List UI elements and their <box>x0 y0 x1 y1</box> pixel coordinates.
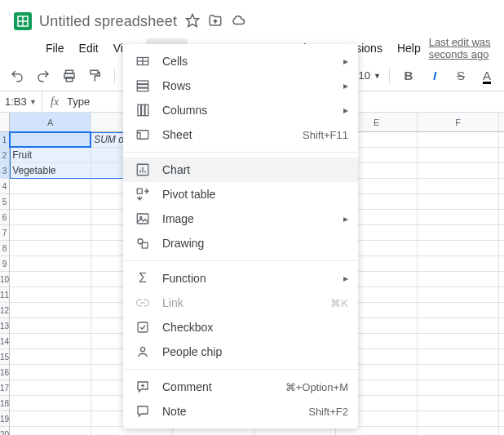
cell[interactable] <box>10 365 91 380</box>
cell[interactable] <box>418 411 499 427</box>
cell[interactable] <box>499 287 504 303</box>
italic-button[interactable]: I <box>424 65 445 87</box>
cell[interactable] <box>418 365 499 380</box>
formula-bar[interactable]: Type <box>67 95 90 108</box>
cell[interactable] <box>10 349 91 365</box>
cell[interactable] <box>499 427 504 435</box>
cell[interactable] <box>499 132 504 148</box>
cell[interactable] <box>10 334 91 349</box>
cell[interactable] <box>499 210 504 225</box>
cell[interactable] <box>10 241 91 256</box>
cell[interactable] <box>499 225 504 241</box>
insert-pivot[interactable]: Pivot table <box>123 182 358 206</box>
row-header[interactable]: 8 <box>0 241 9 256</box>
cell[interactable] <box>499 179 504 194</box>
col-header[interactable]: G <box>499 113 504 131</box>
insert-comment[interactable]: Comment ⌘+Option+M <box>123 375 358 399</box>
cell[interactable] <box>10 272 91 287</box>
text-color-button[interactable]: A <box>476 65 497 87</box>
cell[interactable]: Type <box>10 132 91 148</box>
sheets-logo[interactable] <box>7 11 39 32</box>
col-header[interactable]: F <box>418 113 499 131</box>
doc-title[interactable]: Untitled spreadsheet <box>39 13 177 30</box>
cell[interactable] <box>418 163 499 179</box>
cell[interactable] <box>10 396 91 411</box>
cell[interactable] <box>418 334 499 349</box>
cell[interactable] <box>499 194 504 210</box>
row-header[interactable]: 20 <box>0 427 9 435</box>
cell[interactable] <box>499 396 504 411</box>
cell[interactable] <box>10 256 91 272</box>
cell[interactable] <box>499 334 504 349</box>
print-button[interactable] <box>59 65 80 87</box>
cell[interactable] <box>418 318 499 334</box>
row-header[interactable]: 16 <box>0 365 9 380</box>
insert-checkbox[interactable]: Checkbox <box>123 315 358 340</box>
row-header[interactable]: 12 <box>0 303 9 318</box>
cell[interactable] <box>418 272 499 287</box>
cell[interactable] <box>499 380 504 396</box>
cell[interactable] <box>418 303 499 318</box>
cell[interactable] <box>499 241 504 256</box>
cell[interactable] <box>499 148 504 163</box>
cell[interactable] <box>418 380 499 396</box>
cell[interactable] <box>10 427 91 435</box>
cell[interactable] <box>418 179 499 194</box>
undo-button[interactable] <box>7 65 28 87</box>
insert-chart[interactable]: Chart <box>123 158 358 182</box>
cell[interactable] <box>418 287 499 303</box>
row-header[interactable]: 7 <box>0 225 9 241</box>
cell[interactable] <box>418 194 499 210</box>
last-edit-link[interactable]: Last edit was seconds ago <box>429 36 497 60</box>
cell[interactable] <box>499 349 504 365</box>
name-box[interactable]: 1:B3▼ <box>0 91 42 112</box>
move-icon[interactable] <box>208 13 223 30</box>
cell[interactable] <box>418 349 499 365</box>
strikethrough-button[interactable]: S <box>450 65 471 87</box>
menu-edit[interactable]: Edit <box>73 38 105 58</box>
row-header[interactable]: 11 <box>0 287 9 303</box>
cell[interactable] <box>499 272 504 287</box>
cell[interactable] <box>418 427 499 435</box>
cell[interactable] <box>499 365 504 380</box>
cell[interactable] <box>499 303 504 318</box>
row-header[interactable]: 19 <box>0 411 9 427</box>
row-header[interactable]: 9 <box>0 256 9 272</box>
cloud-status-icon[interactable] <box>231 13 245 30</box>
redo-button[interactable] <box>33 65 54 87</box>
row-header[interactable]: 3 <box>0 163 9 179</box>
cell[interactable] <box>418 225 499 241</box>
insert-people-chip[interactable]: People chip <box>123 340 358 364</box>
cell[interactable] <box>10 194 91 210</box>
cell[interactable] <box>499 318 504 334</box>
cell[interactable]: Fruit <box>10 148 91 163</box>
insert-note[interactable]: Note Shift+F2 <box>123 399 358 424</box>
insert-sheet[interactable]: Sheet Shift+F11 <box>123 122 358 147</box>
bold-button[interactable]: B <box>398 65 419 87</box>
cell[interactable] <box>418 256 499 272</box>
menu-file[interactable]: File <box>39 38 71 58</box>
row-header[interactable]: 18 <box>0 396 9 411</box>
row-header[interactable]: 14 <box>0 334 9 349</box>
insert-rows[interactable]: Rows ▸ <box>123 73 358 98</box>
cell[interactable] <box>10 287 91 303</box>
cell[interactable] <box>418 210 499 225</box>
cell[interactable] <box>418 148 499 163</box>
cell[interactable] <box>10 210 91 225</box>
paint-format-button[interactable] <box>85 65 106 87</box>
row-header[interactable]: 2 <box>0 148 9 163</box>
cell[interactable] <box>10 179 91 194</box>
insert-function[interactable]: Σ Function ▸ <box>123 266 358 291</box>
cell[interactable] <box>418 132 499 148</box>
star-icon[interactable] <box>185 13 200 30</box>
cell[interactable] <box>499 163 504 179</box>
col-header[interactable]: A <box>10 113 91 131</box>
insert-image[interactable]: Image ▸ <box>123 206 358 231</box>
row-header[interactable]: 15 <box>0 349 9 365</box>
row-header[interactable]: 4 <box>0 179 9 194</box>
cell[interactable] <box>499 411 504 427</box>
select-all-corner[interactable] <box>0 113 9 132</box>
row-header[interactable]: 17 <box>0 380 9 396</box>
cell[interactable] <box>418 396 499 411</box>
insert-columns[interactable]: Columns ▸ <box>123 98 358 122</box>
